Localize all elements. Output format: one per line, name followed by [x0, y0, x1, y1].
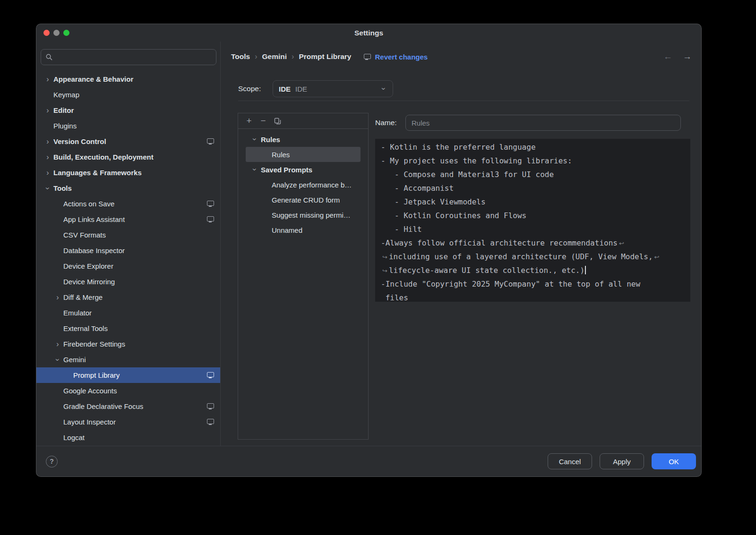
sidebar-item-actions-on-save[interactable]: Actions on Save — [36, 196, 220, 212]
sidebar-item-languages-frameworks[interactable]: ›Languages & Frameworks — [36, 165, 220, 180]
editor-line-text: - Hilt — [381, 225, 422, 234]
editor-line-text: -Always follow official architecture rec… — [381, 238, 618, 247]
breadcrumb-item-gemini[interactable]: Gemini — [262, 52, 287, 61]
add-button[interactable]: + — [243, 115, 255, 127]
editor-line[interactable]: - Compose and Material3 for UI code — [381, 168, 685, 181]
horizontal-divider — [238, 101, 689, 101]
apply-button[interactable]: Apply — [600, 453, 644, 469]
chevron-right-icon[interactable]: › — [43, 169, 52, 177]
sidebar-item-logcat[interactable]: Logcat — [36, 430, 220, 445]
chevron-down-icon[interactable]: › — [251, 165, 258, 174]
editor-line[interactable]: - Kotlin Coroutines and Flows — [381, 209, 685, 222]
editor-line-text: including use of a layered architecture … — [389, 252, 653, 261]
cancel-button[interactable]: Cancel — [548, 453, 592, 469]
editor-line[interactable]: - Accompanist — [381, 181, 685, 195]
prompt-item-label: Analyze performance b… — [272, 181, 352, 189]
question-mark-icon: ? — [50, 458, 54, 465]
duplicate-button[interactable] — [271, 115, 284, 127]
editor-line[interactable]: ↪lifecycle-aware UI state collection., e… — [381, 263, 685, 277]
close-button[interactable] — [43, 30, 50, 36]
chevron-down-icon[interactable]: › — [44, 184, 52, 193]
sidebar-item-label: Plugins — [53, 122, 77, 130]
chevron-right-icon[interactable]: › — [43, 107, 52, 114]
sidebar-item-emulator[interactable]: Emulator — [36, 305, 220, 321]
sidebar-item-build-execution-deployment[interactable]: ›Build, Execution, Deployment — [36, 149, 220, 165]
prompt-group-saved-prompts[interactable]: ›Saved Prompts — [246, 162, 361, 177]
text-cursor — [585, 266, 586, 274]
sidebar-item-gradle-declarative-focus[interactable]: Gradle Declarative Focus — [36, 399, 220, 414]
prompt-editor[interactable]: - Kotlin is the preferred language- My p… — [375, 139, 690, 302]
help-button[interactable]: ? — [46, 456, 58, 467]
revert-changes-link[interactable]: Revert changes — [375, 53, 428, 61]
editor-line[interactable]: - Hilt — [381, 222, 685, 236]
prompt-item-rules[interactable]: Rules — [246, 147, 361, 162]
editor-line-text: - Accompanist — [381, 184, 454, 193]
sidebar-item-layout-inspector[interactable]: Layout Inspector — [36, 414, 220, 430]
ok-button[interactable]: OK — [652, 453, 696, 469]
remove-button[interactable]: − — [257, 115, 269, 127]
editor-line-text: - My project uses the following librarie… — [381, 156, 572, 165]
prompt-list-panel: + − ›RulesRules›Saved PromptsAnalyze per… — [238, 113, 369, 440]
sidebar-item-appearance-behavior[interactable]: ›Appearance & Behavior — [36, 71, 220, 87]
prompt-item-unnamed[interactable]: Unnamed — [246, 222, 361, 238]
sidebar-item-google-accounts[interactable]: Google Accounts — [36, 383, 220, 399]
prompt-item-generate-crud-form[interactable]: Generate CRUD form — [246, 192, 361, 207]
minimize-button[interactable] — [53, 30, 60, 36]
sidebar-item-csv-formats[interactable]: CSV Formats — [36, 227, 220, 243]
sidebar-item-keymap[interactable]: Keymap — [36, 87, 220, 102]
editor-line[interactable]: - My project uses the following librarie… — [381, 154, 685, 168]
chevron-right-icon[interactable]: › — [53, 340, 62, 348]
chevron-down-icon[interactable]: › — [251, 135, 258, 144]
sidebar-item-diff-merge[interactable]: ›Diff & Merge — [36, 289, 220, 305]
chevron-right-icon[interactable]: › — [53, 294, 62, 301]
title-bar[interactable]: Settings — [36, 24, 701, 42]
monitor-icon — [207, 419, 214, 425]
editor-line-text: - Kotlin is the preferred language — [381, 143, 536, 152]
settings-search-input[interactable] — [56, 53, 212, 61]
prompt-group-rules[interactable]: ›Rules — [246, 132, 361, 147]
editor-line[interactable]: -Include "Copyright 2025 MyCompany" at t… — [381, 277, 685, 291]
zoom-button[interactable] — [63, 30, 69, 36]
forward-arrow-icon[interactable]: → — [683, 51, 692, 62]
monitor-icon — [364, 54, 370, 60]
sidebar-item-database-inspector[interactable]: Database Inspector — [36, 243, 220, 258]
prompt-item-suggest-missing-permi[interactable]: Suggest missing permi… — [246, 207, 361, 222]
sidebar-item-tools[interactable]: ›Tools — [36, 180, 220, 196]
sidebar-item-plugins[interactable]: Plugins — [36, 118, 220, 134]
settings-search[interactable] — [41, 49, 216, 65]
chevron-right-icon[interactable]: › — [43, 138, 52, 145]
scope-row: Scope: IDE IDE › — [238, 80, 393, 97]
soft-wrap-icon: ↩ — [654, 254, 660, 261]
monitor-icon — [207, 403, 214, 409]
editor-line[interactable]: - Jetpack Viewmodels — [381, 195, 685, 209]
sidebar-item-label: Languages & Frameworks — [53, 169, 142, 177]
prompt-group-label: Rules — [261, 136, 280, 144]
scope-dropdown[interactable]: IDE IDE › — [273, 80, 393, 97]
soft-wrap-icon: ↩ — [619, 240, 624, 247]
sidebar-item-label: Device Explorer — [63, 262, 113, 270]
sidebar-item-gemini[interactable]: ›Gemini — [36, 352, 220, 367]
chevron-right-icon[interactable]: › — [43, 76, 52, 83]
chevron-right-icon[interactable]: › — [43, 153, 52, 161]
sidebar-item-device-explorer[interactable]: Device Explorer — [36, 258, 220, 274]
prompt-name-input[interactable] — [405, 115, 681, 131]
sidebar-item-prompt-library[interactable]: Prompt Library — [36, 367, 220, 383]
chevron-down-icon[interactable]: › — [54, 355, 61, 365]
editor-line[interactable]: -Always follow official architecture rec… — [381, 236, 685, 250]
back-arrow-icon[interactable]: ← — [663, 51, 672, 62]
prompt-item-analyze-performance-b[interactable]: Analyze performance b… — [246, 177, 361, 192]
breadcrumb-item-tools[interactable]: Tools — [231, 52, 250, 61]
soft-wrap-icon: ↪ — [382, 254, 387, 261]
editor-line[interactable]: files — [381, 291, 685, 302]
sidebar-item-app-links-assistant[interactable]: App Links Assistant — [36, 212, 220, 227]
sidebar-item-firebender-settings[interactable]: ›Firebender Settings — [36, 336, 220, 352]
editor-line[interactable]: - Kotlin is the preferred language — [381, 140, 685, 154]
window-title: Settings — [36, 24, 701, 42]
sidebar-item-version-control[interactable]: ›Version Control — [36, 134, 220, 149]
editor-line[interactable]: ↪including use of a layered architecture… — [381, 250, 685, 263]
sidebar-item-external-tools[interactable]: External Tools — [36, 321, 220, 336]
breadcrumb-separator: › — [292, 52, 294, 61]
sidebar-item-device-mirroring[interactable]: Device Mirroring — [36, 274, 220, 289]
sidebar-item-editor[interactable]: ›Editor — [36, 102, 220, 118]
sidebar-item-label: Firebender Settings — [63, 340, 125, 348]
